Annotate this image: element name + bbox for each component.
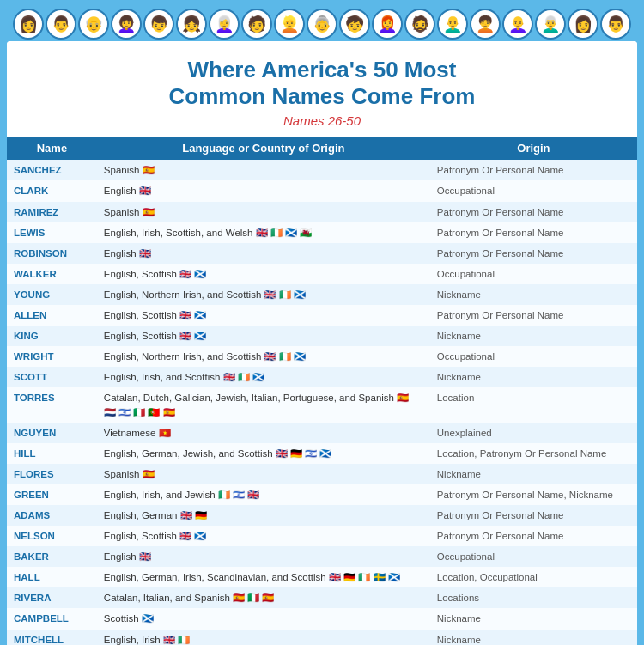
face-icon: 🧔: [404, 9, 435, 40]
table-row: WALKEREnglish, Scottish 🇬🇧 🏴󠁧󠁢󠁳󠁣󠁴󠁿Occupa…: [7, 264, 637, 284]
table-row: NELSONEnglish, Scottish 🇬🇧 🏴󠁧󠁢󠁳󠁣󠁴󠁿Patron…: [7, 526, 637, 546]
outer-wrapper: 👩 👨 👴 👩‍🦱 👦 👧 👩‍🦳 🧑 👱 👵 🧒 👩‍🦰 🧔 👨‍🦲 🧑‍🦱 …: [0, 0, 644, 645]
origin-cell: Location, Occupational: [430, 567, 637, 587]
origin-cell: Nickname: [430, 284, 637, 305]
origin-cell: Nickname: [430, 326, 637, 346]
origin-cell: Patronym Or Personal Name, Nickname: [430, 484, 637, 505]
table-row: CLARKEnglish 🇬🇧Occupational: [7, 180, 637, 201]
table-row: BAKEREnglish 🇬🇧Occupational: [7, 546, 637, 567]
origin-cell: Patronym Or Personal Name: [430, 160, 637, 180]
face-icon: 👵: [307, 9, 337, 40]
name-cell: MITCHELL: [7, 630, 97, 645]
face-icon: 🧑‍🦱: [470, 9, 501, 40]
name-cell: ADAMS: [7, 505, 97, 526]
table-row: RAMIREZSpanish 🇪🇸Patronym Or Personal Na…: [7, 202, 637, 222]
name-cell: YOUNG: [7, 284, 97, 305]
subtitle: Names 26-50: [24, 113, 620, 128]
lang-cell: English 🇬🇧: [97, 243, 430, 264]
name-cell: ROBINSON: [7, 243, 97, 264]
name-cell: TORRES: [7, 387, 97, 422]
lang-cell: English, Northern Irish, and Scottish 🇬🇧…: [97, 346, 430, 367]
origin-cell: Occupational: [430, 264, 637, 284]
name-cell: WALKER: [7, 264, 97, 284]
table-row: HALLEnglish, German, Irish, Scandinavian…: [7, 567, 637, 587]
lang-cell: English, Scottish 🇬🇧 🏴󠁧󠁢󠁳󠁣󠁴󠁿: [97, 264, 430, 284]
table-row: TORRESCatalan, Dutch, Galician, Jewish, …: [7, 387, 637, 422]
origin-cell: Occupational: [430, 180, 637, 201]
table-row: CAMPBELLScottish 🏴󠁧󠁢󠁳󠁣󠁴󠁿Nickname: [7, 608, 637, 629]
lang-cell: Scottish 🏴󠁧󠁢󠁳󠁣󠁴󠁿: [97, 608, 430, 629]
name-cell: CAMPBELL: [7, 608, 97, 629]
origin-cell: Nickname: [430, 464, 637, 484]
lang-cell: English, Irish, Scottish, and Welsh 🇬🇧 🇮…: [97, 222, 430, 243]
main-card: Where America's 50 Most Common Names Com…: [7, 41, 637, 645]
face-icon: 👩‍🦰: [372, 9, 403, 40]
name-cell: BAKER: [7, 546, 97, 567]
col-header-lang: Language or Country of Origin: [97, 137, 430, 160]
face-icon: 👨: [600, 9, 631, 40]
table-row: ALLENEnglish, Scottish 🇬🇧 🏴󠁧󠁢󠁳󠁣󠁴󠁿Patrony…: [7, 305, 637, 326]
origin-cell: Occupational: [430, 346, 637, 367]
name-cell: RAMIREZ: [7, 202, 97, 222]
origin-cell: Occupational: [430, 546, 637, 567]
lang-cell: English, German 🇬🇧 🇩🇪: [97, 505, 430, 526]
table-row: FLORESSpanish 🇪🇸Nickname: [7, 464, 637, 484]
face-icon: 👩‍🦱: [111, 9, 142, 40]
lang-cell: Spanish 🇪🇸: [97, 464, 430, 484]
name-cell: HALL: [7, 567, 97, 587]
face-icon: 👨: [46, 9, 76, 40]
origin-cell: Patronym Or Personal Name: [430, 202, 637, 222]
name-cell: ALLEN: [7, 305, 97, 326]
face-icon: 👱: [274, 9, 305, 40]
name-cell: LEWIS: [7, 222, 97, 243]
origin-cell: Patronym Or Personal Name: [430, 222, 637, 243]
lang-cell: English, German, Irish, Scandinavian, an…: [97, 567, 430, 587]
table-row: MITCHELLEnglish, Irish 🇬🇧 🇮🇪Nickname: [7, 630, 637, 645]
table-header-row: Name Language or Country of Origin Origi…: [7, 137, 637, 160]
table-row: ROBINSONEnglish 🇬🇧Patronym Or Personal N…: [7, 243, 637, 264]
face-icon: 👦: [143, 9, 174, 40]
name-cell: FLORES: [7, 464, 97, 484]
table-row: SCOTTEnglish, Irish, and Scottish 🇬🇧 🇮🇪 …: [7, 367, 637, 387]
table-row: RIVERACatalan, Italian, and Spanish 🇪🇸 🇮…: [7, 587, 637, 608]
face-icon: 👨‍🦲: [437, 9, 468, 40]
face-icon: 👧: [176, 9, 207, 40]
origin-cell: Locations: [430, 587, 637, 608]
name-cell: HILL: [7, 443, 97, 464]
face-icon: 🧒: [339, 9, 370, 40]
lang-cell: English, Scottish 🇬🇧 🏴󠁧󠁢󠁳󠁣󠁴󠁿: [97, 305, 430, 326]
face-icon: 👨‍🦳: [535, 9, 566, 40]
lang-cell: Spanish 🇪🇸: [97, 202, 430, 222]
table-row: NGUYENVietnamese 🇻🇳Unexplained: [7, 423, 637, 443]
table-row: LEWISEnglish, Irish, Scottish, and Welsh…: [7, 222, 637, 243]
name-cell: CLARK: [7, 180, 97, 201]
origin-cell: Location, Patronym Or Personal Name: [430, 443, 637, 464]
table-row: SANCHEZSpanish 🇪🇸Patronym Or Personal Na…: [7, 160, 637, 180]
table-row: GREENEnglish, Irish, and Jewish 🇮🇪 🇮🇱 🇬🇧…: [7, 484, 637, 505]
lang-cell: English, Irish, and Scottish 🇬🇧 🇮🇪 🏴󠁧󠁢󠁳󠁣…: [97, 367, 430, 387]
title-section: Where America's 50 Most Common Names Com…: [7, 41, 637, 137]
name-cell: RIVERA: [7, 587, 97, 608]
name-cell: SANCHEZ: [7, 160, 97, 180]
lang-cell: Catalan, Dutch, Galician, Jewish, Italia…: [97, 387, 430, 422]
data-table: Name Language or Country of Origin Origi…: [7, 137, 637, 645]
face-icon: 👩: [568, 9, 598, 40]
lang-cell: Vietnamese 🇻🇳: [97, 423, 430, 443]
origin-cell: Nickname: [430, 630, 637, 645]
face-icon: 👩‍🦳: [209, 9, 240, 40]
table-row: HILLEnglish, German, Jewish, and Scottis…: [7, 443, 637, 464]
table-row: YOUNGEnglish, Northern Irish, and Scotti…: [7, 284, 637, 305]
name-cell: SCOTT: [7, 367, 97, 387]
origin-cell: Unexplained: [430, 423, 637, 443]
table-row: KINGEnglish, Scottish 🇬🇧 🏴󠁧󠁢󠁳󠁣󠁴󠁿Nickname: [7, 326, 637, 346]
lang-cell: English, Scottish 🇬🇧 🏴󠁧󠁢󠁳󠁣󠁴󠁿: [97, 526, 430, 546]
name-cell: NELSON: [7, 526, 97, 546]
lang-cell: English, Irish, and Jewish 🇮🇪 🇮🇱 🇬🇧: [97, 484, 430, 505]
col-header-origin: Origin: [430, 137, 637, 160]
origin-cell: Patronym Or Personal Name: [430, 505, 637, 526]
main-title: Where America's 50 Most Common Names Com…: [24, 57, 620, 110]
origin-cell: Patronym Or Personal Name: [430, 243, 637, 264]
face-icon: 👴: [78, 9, 109, 40]
lang-cell: English 🇬🇧: [97, 180, 430, 201]
lang-cell: English, Scottish 🇬🇧 🏴󠁧󠁢󠁳󠁣󠁴󠁿: [97, 326, 430, 346]
